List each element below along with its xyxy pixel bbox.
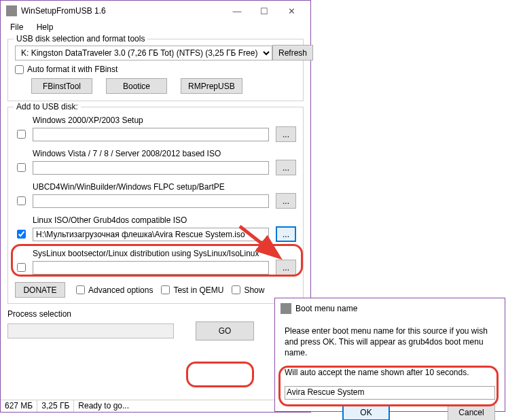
ok-button[interactable]: OK	[342, 405, 390, 420]
show-log-checkbox[interactable]	[232, 285, 240, 294]
browse-button-2[interactable]: ...	[276, 193, 296, 209]
advanced-options-checkbox[interactable]	[76, 285, 85, 294]
dialog-text-2: Will auto accept the name shown after 10…	[285, 367, 495, 378]
bootice-button[interactable]: Bootice	[106, 78, 167, 94]
browse-button-1[interactable]: ...	[276, 160, 296, 175]
show-log-label: Show	[244, 285, 264, 295]
entry-path-2[interactable]	[33, 194, 269, 208]
test-qemu-label: Test in QEMU	[173, 285, 223, 295]
entry-checkbox-0[interactable]	[17, 130, 26, 139]
advanced-options-label: Advanced options	[88, 285, 153, 295]
boot-name-input[interactable]: Avira Rescue System	[285, 386, 495, 400]
usb-group-title: USB disk selection and format tools	[14, 34, 147, 43]
refresh-button[interactable]: Refresh	[272, 45, 313, 60]
browse-button-0[interactable]: ...	[276, 126, 296, 142]
menu-help[interactable]: Help	[31, 21, 59, 33]
entry-checkbox-3[interactable]	[17, 230, 26, 239]
usb-selection-group: USB disk selection and format tools K: K…	[7, 39, 304, 101]
progress-bar	[7, 323, 174, 338]
dialog-icon	[281, 303, 291, 314]
maximize-button[interactable]: ☐	[251, 1, 278, 20]
entry-label-2: UBCD4Win/WinBuilder/Windows FLPC setup/B…	[33, 182, 296, 192]
test-qemu-checkbox[interactable]	[161, 285, 170, 294]
entry-label-4: SysLinux bootsector/Linux distribution u…	[33, 249, 296, 258]
menu-file[interactable]: File	[5, 21, 29, 33]
donate-button[interactable]: DONATE	[15, 282, 65, 298]
drive-select[interactable]: K: Kingston DataTraveler 3.0 (7,26 ГБ To…	[15, 46, 272, 60]
window-title: WinSetupFromUSB 1.6	[21, 6, 223, 16]
main-window: WinSetupFromUSB 1.6 — ☐ ✕ File Help USB …	[0, 0, 311, 413]
dialog-window: Boot menu name Please enter boot menu na…	[274, 298, 505, 412]
dialog-titlebar[interactable]: Boot menu name	[275, 298, 505, 319]
close-button[interactable]: ✕	[278, 1, 305, 20]
entry-checkbox-1[interactable]	[17, 163, 26, 172]
add-group-title: Add to USB disk:	[14, 102, 81, 111]
browse-button-3[interactable]: ...	[276, 226, 296, 242]
entry-label-0: Windows 2000/XP/2003 Setup	[33, 116, 296, 125]
autoformat-label: Auto format it with FBinst	[27, 65, 118, 74]
browse-button-4[interactable]: ...	[276, 260, 296, 275]
entry-checkbox-2[interactable]	[17, 196, 26, 205]
entry-path-4[interactable]	[33, 261, 269, 275]
entry-path-0[interactable]	[33, 128, 269, 141]
app-icon	[6, 5, 17, 16]
go-button[interactable]: GO	[196, 321, 254, 340]
entry-path-1[interactable]	[33, 161, 269, 175]
status-used: 627 МБ	[1, 400, 37, 412]
entry-checkbox-4[interactable]	[17, 263, 26, 272]
minimize-button[interactable]: —	[223, 1, 251, 20]
menu-bar: File Help	[1, 21, 310, 35]
dialog-title: Boot menu name	[295, 304, 499, 313]
entry-label-1: Windows Vista / 7 / 8 / Server 2008/2012…	[33, 149, 296, 158]
main-titlebar[interactable]: WinSetupFromUSB 1.6 — ☐ ✕	[1, 1, 310, 21]
fbinst-tool-button[interactable]: FBinstTool	[31, 78, 92, 94]
boot-name-value: Avira Rescue System	[287, 387, 365, 397]
entry-label-3: Linux ISO/Other Grub4dos compatible ISO	[33, 215, 296, 225]
dialog-text-1: Please enter boot menu name for this sou…	[285, 326, 495, 359]
entry-path-3[interactable]	[33, 228, 269, 241]
process-selection-label: Process selection	[7, 309, 304, 319]
autoformat-checkbox[interactable]	[15, 65, 24, 74]
status-bar: 627 МБ 3,25 ГБ Ready to go...	[1, 400, 310, 412]
status-free: 3,25 ГБ	[37, 400, 74, 412]
add-to-usb-group: Add to USB disk: Windows 2000/XP/2003 Se…	[7, 107, 304, 304]
cancel-button[interactable]: Cancel	[448, 405, 495, 420]
rmprepusb-button[interactable]: RMPrepUSB	[181, 78, 242, 94]
